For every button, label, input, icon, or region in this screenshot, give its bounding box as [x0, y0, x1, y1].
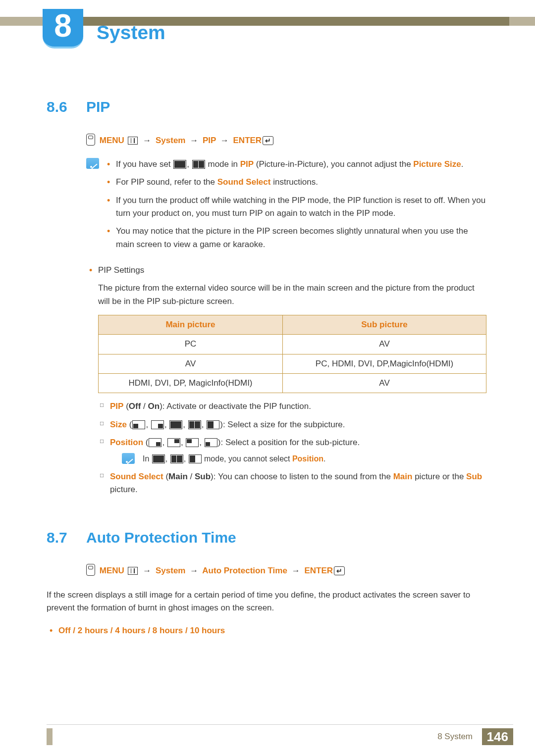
- note-icon: [122, 453, 135, 464]
- term-picture-size: Picture Size: [413, 159, 461, 169]
- text: For PIP sound, refer to the: [116, 177, 217, 187]
- pip-pos-icon: [205, 438, 217, 447]
- desc: ): Select a position for the sub-picture…: [218, 438, 360, 447]
- note-item: You may notice that the picture in the P…: [104, 225, 488, 251]
- nav-apt: Auto Protection Time: [202, 566, 287, 575]
- cell: HDMI, DVI, DP, MagicInfo(HDMI): [99, 373, 283, 393]
- apt-desc: If the screen displays a still image for…: [47, 589, 488, 615]
- th-sub: Sub picture: [283, 315, 486, 334]
- remote-icon: [86, 134, 95, 146]
- opt-position: Position (, , , ): Select a position for…: [98, 436, 488, 465]
- pip-full-icon: [173, 160, 186, 169]
- nav-path-87: MENU → System → Auto Protection Time → E…: [86, 564, 488, 577]
- remote-icon: [86, 564, 95, 576]
- pip-table-wrap: Main picture Sub picture PC AV AV PC, HD…: [98, 315, 486, 393]
- header-right-accent: [509, 17, 535, 26]
- text: In: [143, 454, 152, 463]
- pip-pos-icon: [149, 438, 161, 447]
- pip-split-icon: [192, 160, 205, 169]
- cell: AV: [99, 354, 283, 373]
- nav-menu: MENU: [100, 136, 124, 145]
- table-row: AV PC, HDMI, DVI, DP,MagicInfo(HDMI): [99, 354, 486, 373]
- term-sub: Sub: [466, 472, 482, 481]
- header-left-accent: [0, 17, 43, 26]
- arrow-icon: →: [290, 566, 302, 575]
- th-main: Main picture: [99, 315, 283, 334]
- label: Size: [110, 420, 127, 429]
- enter-icon: [334, 566, 345, 575]
- pip-pos-icon: [186, 438, 199, 447]
- section-86-body: MENU → System → PIP → ENTER If you have …: [86, 134, 488, 497]
- chapter-title: System: [97, 18, 165, 48]
- pip-settings-desc: The picture from the external video sour…: [98, 282, 488, 308]
- pip-size-icon: [132, 420, 145, 429]
- pip-settings-label: PIP Settings: [86, 264, 488, 277]
- arrow-icon: →: [218, 136, 231, 145]
- desc: ): Select a size for the subpicture.: [220, 420, 345, 429]
- nav-system: System: [156, 136, 185, 145]
- pip-settings-block: PIP Settings: [86, 264, 488, 277]
- section-header-87: 8.7 Auto Protection Time: [47, 526, 488, 550]
- cell: PC, HDMI, DVI, DP,MagicInfo(HDMI): [283, 354, 486, 373]
- enter-icon: [263, 136, 273, 145]
- opt-pip: PIP (Off / On): Activate or deactivate t…: [98, 400, 488, 413]
- opt-size: Size (, , , , ): Select a size for the s…: [98, 418, 488, 431]
- pip-pos-icon: [167, 438, 180, 447]
- desc: picture or the: [412, 472, 466, 481]
- footer-divider: [47, 724, 513, 725]
- section-title: PIP: [86, 96, 110, 119]
- nav-menu: MENU: [100, 566, 124, 575]
- menu-icon: [128, 137, 138, 145]
- pip-size-icon: [169, 420, 182, 429]
- text: (Picture-in-Picture), you cannot adjust …: [256, 159, 413, 169]
- text: .: [323, 454, 325, 463]
- note-text: In , , mode, you cannot select Position.: [140, 453, 325, 465]
- text: mode, you cannot select: [204, 454, 292, 463]
- val-main: Main: [168, 472, 188, 481]
- table-row: PC AV: [99, 335, 486, 354]
- apt-options: Off / 2 hours / 4 hours / 8 hours / 10 h…: [47, 624, 488, 637]
- pip-mode-icon: [189, 454, 202, 463]
- desc: : You can choose to listen to the sound …: [214, 472, 393, 481]
- term-pip: PIP: [240, 159, 254, 169]
- section-number: 8.7: [47, 526, 86, 550]
- pip-mode-icon: [152, 454, 165, 463]
- section-header-86: 8.6 PIP: [47, 96, 488, 119]
- note-list: If you have set , mode in PIP (Picture-i…: [104, 158, 488, 256]
- page-number: 146: [482, 728, 513, 745]
- section-87-body: MENU → System → Auto Protection Time → E…: [86, 564, 488, 577]
- menu-icon: [128, 567, 138, 575]
- term-main: Main: [393, 472, 413, 481]
- note-icon: [86, 158, 99, 169]
- arrow-icon: →: [141, 136, 153, 145]
- val-sub: Sub: [195, 472, 211, 481]
- nav-path-86: MENU → System → PIP → ENTER: [86, 134, 488, 147]
- term-position: Position: [292, 454, 323, 463]
- nav-enter: ENTER: [304, 566, 333, 575]
- pip-size-icon: [207, 420, 219, 429]
- val-on: On: [148, 402, 160, 411]
- section-number: 8.6: [47, 96, 86, 119]
- opt-sound-select: Sound Select (Main / Sub): You can choos…: [98, 470, 488, 497]
- footer-section: 8 System: [437, 730, 473, 743]
- val-off: Off: [129, 402, 141, 411]
- text: instructions.: [273, 177, 318, 187]
- label: Sound Select: [110, 472, 163, 481]
- desc: : Activate or deactivate the PIP functio…: [162, 402, 311, 411]
- options-text: Off / 2 hours / 4 hours / 8 hours / 10 h…: [58, 626, 225, 635]
- chapter-number: 8: [54, 10, 72, 42]
- apt-options-list: Off / 2 hours / 4 hours / 8 hours / 10 h…: [47, 624, 488, 637]
- note-item: For PIP sound, refer to the Sound Select…: [104, 176, 488, 189]
- footer-accent: [47, 728, 53, 745]
- pip-size-icon: [151, 420, 164, 429]
- pip-table: Main picture Sub picture PC AV AV PC, HD…: [98, 315, 486, 393]
- note-block-86: If you have set , mode in PIP (Picture-i…: [86, 158, 488, 256]
- text: If you have set: [116, 159, 173, 169]
- arrow-icon: →: [141, 566, 153, 575]
- pip-size-icon: [188, 420, 201, 429]
- arrow-icon: →: [188, 566, 200, 575]
- note-item: If you have set , mode in PIP (Picture-i…: [104, 158, 488, 171]
- inner-note: In , , mode, you cannot select Position.: [122, 453, 488, 465]
- table-row: HDMI, DVI, DP, MagicInfo(HDMI) AV: [99, 373, 486, 393]
- text: mode in: [208, 159, 240, 169]
